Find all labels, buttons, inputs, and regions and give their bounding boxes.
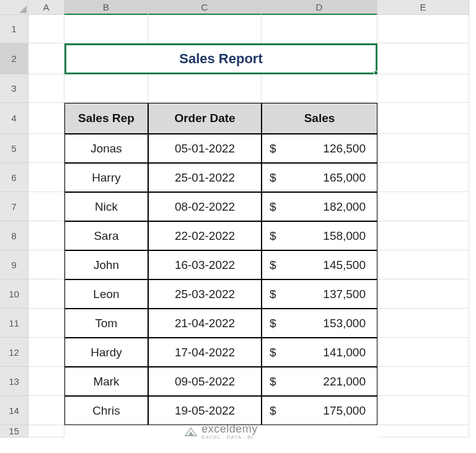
cell-A3[interactable] [29, 74, 64, 103]
table-cell-rep[interactable]: Harry [64, 163, 148, 192]
cell-C1[interactable] [148, 15, 262, 43]
table-cell-sales[interactable]: $182,000 [262, 192, 377, 221]
row-header-7[interactable]: 7 [0, 192, 29, 221]
row-header-6[interactable]: 6 [0, 163, 29, 192]
column-header-D[interactable]: D [262, 0, 377, 15]
sales-amount: 137,500 [323, 288, 366, 301]
column-header-C[interactable]: C [148, 0, 262, 15]
cell-E14[interactable] [377, 396, 469, 425]
row-header-2[interactable]: 2 [0, 43, 29, 74]
cell-A12[interactable] [29, 338, 64, 367]
table-cell-date[interactable]: 21-04-2022 [148, 309, 262, 338]
row-header-10[interactable]: 10 [0, 279, 29, 309]
table-header-sales[interactable]: Sales [262, 103, 377, 134]
cell-A5[interactable] [29, 134, 64, 163]
cell-A10[interactable] [29, 279, 64, 309]
table-cell-sales[interactable]: $145,500 [262, 250, 377, 279]
table-cell-sales[interactable]: $175,000 [262, 396, 377, 425]
table-cell-sales[interactable]: $137,500 [262, 279, 377, 309]
title-cell[interactable]: Sales Report [64, 43, 377, 74]
row-header-8[interactable]: 8 [0, 221, 29, 250]
cell-A11[interactable] [29, 309, 64, 338]
row-header-15[interactable]: 15 [0, 425, 29, 438]
column-header-A[interactable]: A [29, 0, 64, 15]
cell-A9[interactable] [29, 250, 64, 279]
table-cell-date[interactable]: 05-01-2022 [148, 134, 262, 163]
cell-A6[interactable] [29, 163, 64, 192]
cell-E10[interactable] [377, 279, 469, 309]
table-cell-date[interactable]: 08-02-2022 [148, 192, 262, 221]
cell-A1[interactable] [29, 15, 64, 43]
table-cell-date[interactable]: 25-01-2022 [148, 163, 262, 192]
table-cell-sales[interactable]: $141,000 [262, 338, 377, 367]
cell-A7[interactable] [29, 192, 64, 221]
table-cell-rep[interactable]: Chris [64, 396, 148, 425]
cell-E5[interactable] [377, 134, 469, 163]
cell-E6[interactable] [377, 163, 469, 192]
cell-E1[interactable] [377, 15, 469, 43]
table-cell-sales[interactable]: $158,000 [262, 221, 377, 250]
table-cell-date[interactable]: 17-04-2022 [148, 338, 262, 367]
row-header-14[interactable]: 14 [0, 396, 29, 425]
cell-E9[interactable] [377, 250, 469, 279]
table-cell-sales[interactable]: $126,500 [262, 134, 377, 163]
row-header-13[interactable]: 13 [0, 367, 29, 396]
table-cell-rep[interactable]: John [64, 250, 148, 279]
cell-C3[interactable] [148, 74, 262, 103]
table-cell-date[interactable]: 09-05-2022 [148, 367, 262, 396]
row-header-1[interactable]: 1 [0, 15, 29, 43]
cell-E2[interactable] [377, 43, 469, 74]
cell-A2[interactable] [29, 43, 64, 74]
table-cell-rep[interactable]: Tom [64, 309, 148, 338]
cell-A13[interactable] [29, 367, 64, 396]
table-header-label: Order Date [174, 112, 235, 125]
cell-E3[interactable] [377, 74, 469, 103]
table-cell-rep[interactable]: Hardy [64, 338, 148, 367]
cell-E4[interactable] [377, 103, 469, 134]
cell-B1[interactable] [64, 15, 148, 43]
cell-A15[interactable] [29, 425, 64, 438]
row-header-12[interactable]: 12 [0, 338, 29, 367]
table-cell-sales[interactable]: $153,000 [262, 309, 377, 338]
sales-amount: 165,000 [323, 171, 366, 185]
table-cell-rep[interactable]: Sara [64, 221, 148, 250]
table-cell-date[interactable]: 22-02-2022 [148, 221, 262, 250]
column-header-E[interactable]: E [377, 0, 469, 15]
cell-A8[interactable] [29, 221, 64, 250]
table-cell-sales[interactable]: $221,000 [262, 367, 377, 396]
watermark: exceldemyEXCEL · DATA · BI [64, 425, 377, 438]
select-all-corner[interactable] [0, 0, 29, 15]
row-header-4[interactable]: 4 [0, 103, 29, 134]
cell-E13[interactable] [377, 367, 469, 396]
row-header-11[interactable]: 11 [0, 309, 29, 338]
table-cell-rep[interactable]: Mark [64, 367, 148, 396]
table-header-rep[interactable]: Sales Rep [64, 103, 148, 134]
table-cell-date[interactable]: 19-05-2022 [148, 396, 262, 425]
cell-E15[interactable] [377, 425, 469, 438]
table-cell-rep[interactable]: Nick [64, 192, 148, 221]
cell-E11[interactable] [377, 309, 469, 338]
rep-name: Nick [95, 200, 118, 214]
column-header-B[interactable]: B [64, 0, 148, 15]
row-header-3[interactable]: 3 [0, 74, 29, 103]
table-cell-date[interactable]: 16-03-2022 [148, 250, 262, 279]
table-cell-rep[interactable]: Jonas [64, 134, 148, 163]
cell-D1[interactable] [262, 15, 377, 43]
table-cell-rep[interactable]: Leon [64, 279, 148, 309]
table-cell-sales[interactable]: $165,000 [262, 163, 377, 192]
watermark-tag: EXCEL · DATA · BI [201, 434, 258, 440]
rep-name: Leon [93, 288, 119, 301]
table-header-date[interactable]: Order Date [148, 103, 262, 134]
cell-A4[interactable] [29, 103, 64, 134]
table-cell-date[interactable]: 25-03-2022 [148, 279, 262, 309]
row-header-5[interactable]: 5 [0, 134, 29, 163]
cell-E8[interactable] [377, 221, 469, 250]
cell-E12[interactable] [377, 338, 469, 367]
row-header-9[interactable]: 9 [0, 250, 29, 279]
sales-amount: 221,000 [323, 375, 366, 389]
cell-E7[interactable] [377, 192, 469, 221]
cell-D3[interactable] [262, 74, 377, 103]
cell-A14[interactable] [29, 396, 64, 425]
cell-B3[interactable] [64, 74, 148, 103]
sales-amount: 182,000 [323, 200, 366, 214]
